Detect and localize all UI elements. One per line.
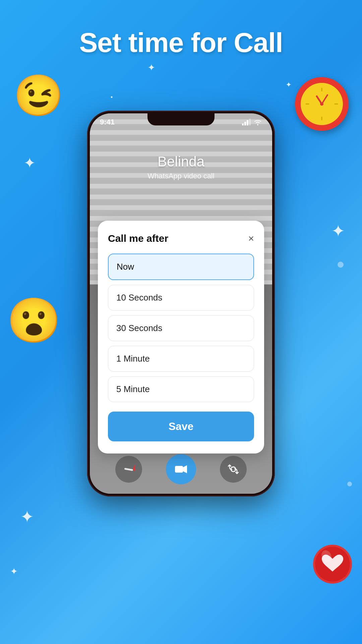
status-icons bbox=[242, 119, 262, 125]
svg-rect-14 bbox=[124, 468, 133, 471]
svg-point-9 bbox=[320, 102, 323, 106]
dot-4 bbox=[347, 482, 352, 486]
phone-power bbox=[275, 195, 275, 228]
call-time-modal: Call me after × Now 10 Seconds 30 Second… bbox=[98, 221, 264, 453]
svg-rect-11 bbox=[244, 122, 246, 125]
call-controls bbox=[90, 454, 272, 484]
sparkle-2: • bbox=[111, 94, 113, 101]
clock-decoration bbox=[295, 77, 349, 131]
dot-3 bbox=[338, 262, 344, 268]
modal-header: Call me after × bbox=[108, 233, 254, 244]
sparkle-5: ✦ bbox=[331, 221, 345, 241]
time-option-5m[interactable]: 5 Minute bbox=[108, 376, 254, 402]
sparkle-7: ✦ bbox=[10, 566, 18, 577]
modal-title: Call me after bbox=[108, 233, 168, 244]
time-options-list: Now 10 Seconds 30 Seconds 1 Minute 5 Min… bbox=[108, 254, 254, 402]
phone-vol-up bbox=[87, 178, 87, 201]
time-option-1m[interactable]: 1 Minute bbox=[108, 346, 254, 372]
emoji-heart-ball bbox=[312, 544, 353, 592]
svg-marker-16 bbox=[183, 465, 187, 473]
svg-rect-10 bbox=[242, 123, 244, 125]
sparkle-1: ✦ bbox=[147, 62, 155, 73]
save-button[interactable]: Save bbox=[108, 412, 254, 441]
emoji-wink: 😉 bbox=[13, 72, 64, 119]
status-time: 9:41 bbox=[100, 118, 115, 126]
emoji-wow: 😮 bbox=[7, 295, 61, 346]
modal-close-button[interactable]: × bbox=[248, 233, 254, 244]
caller-name: Belinda bbox=[90, 154, 272, 170]
time-option-30s[interactable]: 30 Seconds bbox=[108, 315, 254, 341]
phone-notch bbox=[147, 113, 215, 125]
phone-device: 9:41 bbox=[87, 111, 275, 496]
time-option-now[interactable]: Now bbox=[108, 254, 254, 280]
flip-camera-button[interactable] bbox=[220, 456, 247, 483]
video-call-button[interactable] bbox=[166, 454, 196, 484]
svg-rect-15 bbox=[175, 466, 183, 473]
svg-rect-12 bbox=[247, 120, 248, 125]
sparkle-3: ✦ bbox=[286, 80, 292, 89]
phone-vol-down bbox=[87, 208, 87, 231]
sparkle-4: ✦ bbox=[23, 154, 36, 171]
caller-subtitle: WhatsApp video call bbox=[90, 172, 272, 180]
sparkle-6: ✦ bbox=[20, 507, 34, 527]
svg-rect-13 bbox=[249, 119, 251, 125]
time-option-10s[interactable]: 10 Seconds bbox=[108, 285, 254, 311]
page-title: Set time for Call bbox=[0, 27, 362, 58]
caller-info: Belinda WhatsApp video call bbox=[90, 154, 272, 180]
end-call-button[interactable] bbox=[115, 456, 142, 483]
